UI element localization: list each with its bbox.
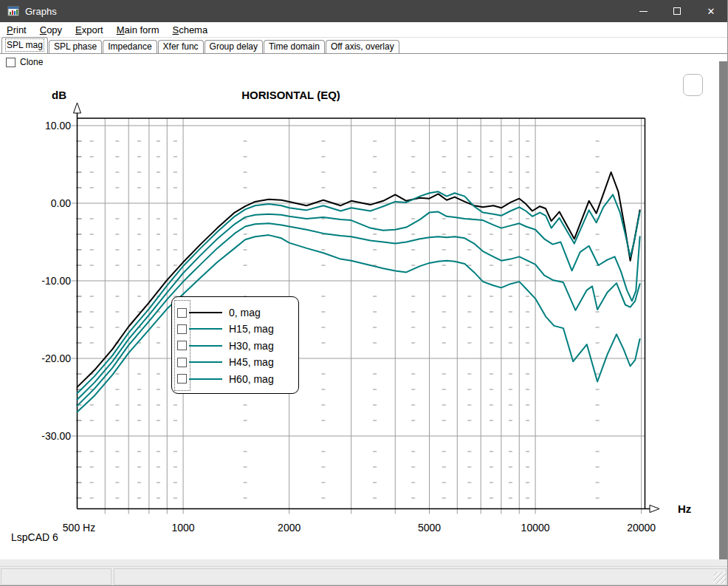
- tab-time-domain[interactable]: Time domain: [264, 40, 325, 53]
- tab-label: Xfer func: [163, 41, 199, 52]
- close-button[interactable]: ✕: [694, 0, 728, 22]
- legend-line-sample: [189, 345, 222, 347]
- legend-line-sample: [189, 312, 222, 313]
- tab-label: SPL phase: [54, 41, 97, 52]
- y-tick-label: -10.00: [41, 275, 71, 287]
- x-axis-unit-label: Hz: [678, 502, 691, 515]
- legend-label: H45, mag: [229, 356, 274, 368]
- legend-checkbox[interactable]: [177, 341, 187, 350]
- tab-label: SPL mag: [7, 40, 43, 50]
- legend-label: 0, mag: [229, 307, 261, 318]
- right-gray-strip: [719, 61, 727, 560]
- legend-checkbox[interactable]: [177, 324, 187, 334]
- status-panel-left: [1, 568, 111, 585]
- tab-off-axis-overlay[interactable]: Off axis, overlay: [326, 40, 399, 53]
- tab-label: Time domain: [269, 41, 320, 52]
- spl-magnitude-chart: HORISONTAL (EQ)dBHz10.000.00-10.00-20.00…: [0, 54, 728, 560]
- status-bar: [0, 566, 728, 586]
- status-panel-right: [114, 568, 727, 585]
- legend-label: H30, mag: [229, 340, 274, 352]
- minimize-icon: [639, 11, 648, 12]
- chart-title: HORISONTAL (EQ): [241, 89, 340, 101]
- menu-item-schema[interactable]: Schema: [165, 22, 214, 38]
- x-axis-arrow-icon: [650, 505, 659, 513]
- clone-checkbox-row[interactable]: Clone: [6, 57, 43, 67]
- legend-line-sample: [189, 378, 222, 380]
- app-icon: [7, 5, 19, 17]
- clone-checkbox[interactable]: [6, 58, 16, 67]
- curve-H15-mag: [78, 191, 640, 393]
- tab-strip: SPL magSPL phaseImpedanceXfer funcGroup …: [0, 38, 728, 53]
- title-bar: Graphs ✕: [0, 0, 728, 22]
- curve-H45-mag: [78, 223, 640, 406]
- legend-row-H45-mag: H45, mag: [172, 354, 298, 370]
- tab-label: Off axis, overlay: [331, 41, 394, 52]
- legend-row-H15-mag: H15, mag: [172, 321, 298, 337]
- x-tick-label: 500 Hz: [63, 522, 95, 534]
- menu-item-main-form[interactable]: Main form: [110, 22, 166, 38]
- maximize-button[interactable]: [660, 0, 694, 22]
- x-tick-label: 5000: [418, 522, 441, 534]
- tab-xfer-func[interactable]: Xfer func: [158, 40, 204, 53]
- y-tick-label: 0.00: [51, 197, 71, 209]
- curve-0-mag: [78, 172, 640, 387]
- tab-spl-phase[interactable]: SPL phase: [49, 40, 102, 53]
- clone-checkbox-label: Clone: [20, 57, 43, 67]
- legend-row-0-mag: 0, mag: [172, 304, 298, 321]
- legend-label: H15, mag: [229, 323, 274, 335]
- window-title: Graphs: [25, 6, 626, 17]
- legend-row-H30-mag: H30, mag: [172, 338, 298, 354]
- legend-checkbox[interactable]: [177, 358, 187, 367]
- menu-item-export[interactable]: Export: [69, 22, 110, 38]
- legend-line-sample: [189, 328, 222, 330]
- graphs-window: Graphs ✕ PrintCopyExportMain formSchema …: [0, 0, 728, 586]
- legend-line-sample: [189, 361, 222, 363]
- legend-checkbox[interactable]: [177, 308, 187, 318]
- menu-item-print[interactable]: Print: [0, 22, 33, 38]
- resize-grip-icon[interactable]: [714, 572, 726, 584]
- legend-label: H60, mag: [229, 373, 274, 385]
- y-tick-label: -30.00: [41, 430, 71, 442]
- tab-label: Group delay: [210, 41, 258, 52]
- x-tick-label: 2000: [278, 522, 301, 534]
- legend-checkbox[interactable]: [177, 374, 187, 384]
- curve-H30-mag: [78, 212, 640, 400]
- menu-bar: PrintCopyExportMain formSchema: [0, 22, 728, 38]
- y-tick-label: -20.00: [41, 352, 71, 364]
- menu-item-copy[interactable]: Copy: [33, 22, 69, 38]
- minimize-button[interactable]: [626, 0, 660, 22]
- tab-group-delay[interactable]: Group delay: [205, 40, 263, 53]
- app-footer-label: LspCAD 6: [11, 531, 58, 543]
- maximize-icon: [673, 7, 681, 15]
- y-axis-unit-label: dB: [52, 89, 66, 101]
- corner-button[interactable]: [683, 74, 703, 96]
- tab-label: Impedance: [108, 41, 151, 52]
- y-tick-label: 10.00: [45, 120, 71, 132]
- tab-impedance[interactable]: Impedance: [103, 40, 157, 53]
- chart-legend: 0, magH15, magH30, magH45, magH60, mag: [171, 296, 299, 394]
- spl-mag-tab-page: Clone HORISONTAL (EQ)dBHz10.000.00-10.00…: [0, 53, 728, 559]
- curve-H60-mag: [78, 235, 640, 412]
- tab-spl-mag[interactable]: SPL mag: [1, 37, 48, 53]
- x-tick-label: 1000: [172, 522, 195, 534]
- x-tick-label: 20000: [627, 522, 656, 534]
- y-axis-arrow-icon: [74, 103, 81, 113]
- legend-row-H60-mag: H60, mag: [172, 371, 298, 387]
- x-tick-label: 10000: [521, 522, 550, 534]
- close-icon: ✕: [707, 7, 715, 16]
